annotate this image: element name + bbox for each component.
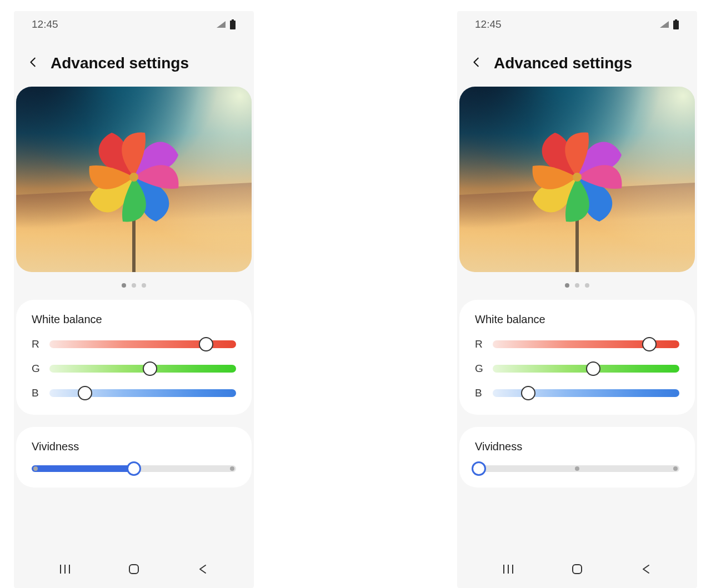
pager-dot-3[interactable]	[142, 283, 146, 288]
wb-thumb-g[interactable]	[143, 361, 157, 376]
vividness-slider[interactable]	[32, 465, 236, 472]
back-button[interactable]	[27, 56, 39, 71]
pager-dot-1[interactable]	[122, 283, 126, 288]
svg-rect-7	[675, 19, 677, 21]
vividness-stop-2	[575, 466, 579, 471]
pager-dot-2[interactable]	[575, 283, 579, 288]
wb-label-b: B	[475, 387, 484, 399]
recents-icon	[59, 564, 71, 574]
wb-thumb-b[interactable]	[521, 386, 535, 400]
wb-label-r: R	[32, 338, 41, 350]
svg-rect-8	[673, 21, 679, 29]
status-time: 12:45	[475, 18, 502, 31]
back-button[interactable]	[470, 56, 483, 71]
recents-icon	[502, 564, 514, 574]
chevron-left-icon	[27, 56, 39, 68]
pager-dots[interactable]	[14, 272, 254, 298]
pager-dot-3[interactable]	[585, 283, 589, 288]
wb-label-g: G	[475, 363, 484, 375]
nav-back-icon	[198, 564, 207, 574]
nav-recents-button[interactable]	[502, 563, 514, 575]
wb-slider-g-row: G	[475, 363, 679, 375]
status-icons	[659, 19, 679, 29]
chevron-left-icon	[470, 56, 483, 68]
status-time: 12:45	[32, 18, 58, 31]
white-balance-card: White balance R G B	[459, 300, 695, 415]
wb-label-r: R	[475, 338, 484, 350]
vividness-card: Vividness	[16, 427, 252, 488]
wb-slider-r[interactable]	[493, 340, 679, 348]
nav-back-button[interactable]	[640, 563, 652, 575]
white-balance-card: White balance R G B	[16, 300, 252, 415]
navigation-bar	[457, 552, 697, 588]
wb-slider-g[interactable]	[49, 365, 236, 373]
nav-home-button[interactable]	[571, 563, 583, 575]
pinwheel-image	[67, 105, 201, 272]
vividness-thumb[interactable]	[127, 461, 141, 476]
wb-slider-b-row: B	[475, 387, 679, 399]
battery-icon	[673, 19, 679, 29]
vividness-stop-3	[673, 466, 678, 471]
status-bar: 12:45	[14, 11, 254, 38]
vividness-stop-3	[230, 466, 234, 471]
nav-recents-button[interactable]	[59, 563, 71, 575]
wb-slider-b[interactable]	[493, 389, 679, 397]
phone-left: 12:45 Advanced settings	[14, 11, 254, 588]
wb-thumb-b[interactable]	[78, 386, 92, 400]
page-title: Advanced settings	[494, 54, 632, 72]
white-balance-title: White balance	[32, 313, 236, 326]
vividness-title: Vividness	[475, 440, 679, 453]
cell-signal-icon	[659, 21, 669, 28]
wb-label-g: G	[32, 363, 41, 375]
white-balance-title: White balance	[475, 313, 679, 326]
page-title: Advanced settings	[51, 54, 189, 72]
wb-slider-b[interactable]	[49, 389, 236, 397]
cell-signal-icon	[216, 21, 226, 28]
wb-slider-g[interactable]	[493, 365, 679, 373]
wb-thumb-r[interactable]	[642, 337, 657, 351]
vividness-fill	[32, 465, 134, 472]
status-icons	[216, 19, 236, 29]
navigation-bar	[14, 552, 254, 588]
home-icon	[129, 564, 139, 574]
svg-rect-1	[230, 21, 236, 29]
title-row: Advanced settings	[457, 38, 697, 87]
vividness-card: Vividness	[459, 427, 695, 488]
preview-image[interactable]	[16, 87, 252, 272]
vividness-title: Vividness	[32, 440, 236, 453]
vividness-stop-1	[33, 466, 38, 471]
wb-slider-g-row: G	[32, 363, 236, 375]
wb-thumb-g[interactable]	[586, 361, 600, 376]
nav-home-button[interactable]	[128, 563, 140, 575]
pager-dot-2[interactable]	[132, 283, 136, 288]
battery-icon	[229, 19, 236, 29]
preview-image[interactable]	[459, 87, 695, 272]
svg-point-3	[129, 173, 138, 182]
nav-back-button[interactable]	[197, 563, 209, 575]
pager-dots[interactable]	[457, 272, 697, 298]
wb-slider-r-row: R	[32, 338, 236, 350]
wb-slider-b-row: B	[32, 387, 236, 399]
wb-slider-r-row: R	[475, 338, 679, 350]
vividness-thumb[interactable]	[472, 461, 486, 476]
phone-right: 12:45 Advanced settings	[457, 11, 697, 588]
svg-rect-0	[232, 19, 234, 21]
wb-label-b: B	[32, 387, 41, 399]
nav-back-icon	[642, 564, 650, 574]
pager-dot-1[interactable]	[565, 283, 569, 288]
title-row: Advanced settings	[14, 38, 254, 87]
status-bar: 12:45	[457, 11, 697, 38]
pinwheel-image	[510, 105, 644, 272]
wb-thumb-r[interactable]	[199, 337, 213, 351]
svg-point-10	[573, 173, 582, 182]
home-icon	[572, 564, 582, 574]
wb-slider-r[interactable]	[49, 340, 236, 348]
vividness-slider[interactable]	[475, 465, 679, 472]
